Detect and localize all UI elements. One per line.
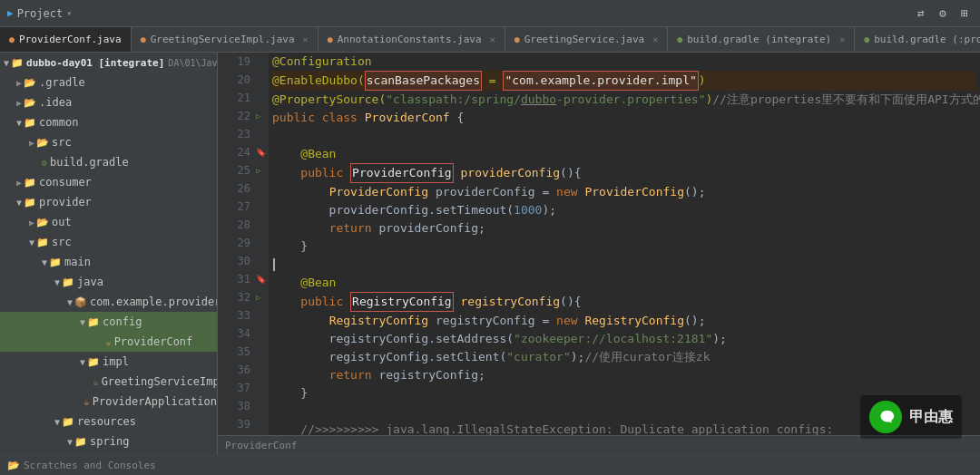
- annotation: @Configuration: [272, 53, 372, 71]
- code-line: public RegistryConfig registryConfig(){: [272, 292, 976, 312]
- sidebar-item-impl[interactable]: ▼ 📁 impl: [0, 352, 217, 372]
- toolbar-icons: ⇄ ⚙ ⊞: [913, 5, 973, 22]
- sidebar-item-package[interactable]: ▼ 📦 com.example.provider: [0, 292, 217, 312]
- code-line: @Bean: [272, 274, 976, 292]
- folder-icon: 📂: [24, 77, 36, 89]
- code-container: 1920212223 2425262728 2930313233 3435363…: [218, 53, 980, 435]
- sidebar-item-label: java: [77, 276, 103, 288]
- sidebar-item-common[interactable]: ▼ 📁 common: [0, 112, 217, 132]
- sidebar-item-main[interactable]: ▼ 📁 main: [0, 252, 217, 272]
- expand-icon: ▼: [16, 118, 22, 128]
- expand-icon: ▶: [16, 178, 22, 188]
- tab-annotationconstants[interactable]: ● AnnotationConstants.java ✕: [318, 27, 505, 52]
- scratches-icon: 📂: [7, 460, 20, 471]
- sidebar-item-label: .idea: [39, 96, 72, 109]
- folder-icon: 📁: [24, 197, 36, 208]
- folder-icon: 📁: [87, 316, 100, 328]
- top-bar: ▶ Project ▾ ⇄ ⚙ ⊞: [0, 0, 980, 27]
- sidebar-item-out[interactable]: ▶ 📂 out: [0, 212, 217, 232]
- main-content: ▼ 📁 dubbo-day01 [integrate] DA\01\JavaSt…: [0, 53, 980, 455]
- sidebar-item-common-src[interactable]: ▶ 📂 src: [0, 132, 217, 152]
- file-icon: ⚙: [42, 158, 47, 168]
- sidebar-item-providerconf[interactable]: ☕ ProviderConf: [0, 332, 217, 352]
- highlight-text: scanBasePackages: [365, 71, 482, 91]
- tab-file-icon: ●: [677, 34, 682, 44]
- file-icon: ☕: [93, 376, 99, 388]
- folder-icon: 📁: [24, 177, 36, 189]
- watermark: 甲由惠: [860, 395, 962, 439]
- expand-icon: ▼: [16, 198, 22, 208]
- expand-icon: ▶: [29, 218, 34, 228]
- tab-providerconf[interactable]: ● ProviderConf.java: [0, 27, 132, 52]
- tab-close-icon[interactable]: ✕: [652, 34, 658, 44]
- sidebar-item-provider[interactable]: ▼ 📁 provider: [0, 192, 217, 212]
- tab-label: build.gradle (integrate): [687, 34, 831, 45]
- sidebar-path-label: DA\01\JavaStudy\dubbo-cl...: [168, 58, 218, 68]
- tab-greetingservice[interactable]: ● GreetingService.java ✕: [505, 27, 669, 52]
- expand-icon: ▼: [67, 437, 73, 447]
- line-numbers: 1920212223 2425262728 2930313233 3435363…: [218, 53, 256, 435]
- sidebar-item-label: ProviderConf: [114, 335, 193, 348]
- tab-close-icon[interactable]: ✕: [839, 34, 845, 44]
- sync-icon[interactable]: ⇄: [913, 5, 929, 22]
- project-title: Project: [17, 7, 64, 20]
- sidebar-item-java[interactable]: ▼ 📁 java: [0, 272, 217, 292]
- expand-icon: ▼: [29, 238, 34, 247]
- settings-icon[interactable]: ⚙: [935, 5, 951, 22]
- sidebar-item-project[interactable]: ▼ 📁 dubbo-day01 [integrate] DA\01\JavaSt…: [0, 53, 217, 73]
- code-line: @Configuration: [272, 53, 976, 71]
- tab-buildgradle-prov[interactable]: ● build.gradle (:prov ✕: [855, 27, 980, 52]
- sidebar-item-common-build[interactable]: ⚙ build.gradle: [0, 152, 217, 172]
- project-label[interactable]: ▶ Project ▾: [7, 7, 72, 20]
- sidebar-item-providerapplication[interactable]: ☕ ProviderApplication: [0, 392, 217, 412]
- sidebar: ▼ 📁 dubbo-day01 [integrate] DA\01\JavaSt…: [0, 53, 218, 455]
- sidebar-item-label: resources: [77, 415, 136, 428]
- folder-icon: 📁: [49, 257, 62, 268]
- expand-icon: ▼: [42, 257, 47, 267]
- tab-file-icon: ●: [141, 34, 146, 44]
- tab-label: AnnotationConstants.java: [338, 34, 482, 45]
- sidebar-item-label: out: [52, 216, 72, 228]
- sidebar-item-src[interactable]: ▼ 📁 src: [0, 232, 217, 252]
- code-line: public ProviderConfig providerConfig(){: [272, 163, 976, 183]
- sidebar-item-idea[interactable]: ▶ 📂 .idea: [0, 92, 217, 112]
- wechat-icon: [869, 401, 902, 433]
- tab-close-icon[interactable]: ✕: [303, 34, 309, 44]
- sidebar-item-resources[interactable]: ▼ 📁 resources: [0, 412, 217, 431]
- folder-icon: 📁: [87, 356, 100, 368]
- sidebar-item-gradle-hidden[interactable]: ▶ 📂 .gradle: [0, 73, 217, 92]
- annotation: @EnableDubbo(: [272, 72, 365, 90]
- sidebar-item-config[interactable]: ▼ 📁 config: [0, 312, 217, 332]
- tab-label: GreetingServiceImpl.java: [151, 34, 295, 45]
- annotation: @Bean: [300, 145, 336, 163]
- sidebar-item-consumer[interactable]: ▶ 📁 consumer: [0, 172, 217, 192]
- tab-file-icon: ●: [9, 34, 15, 44]
- code-line: @Bean: [272, 145, 976, 163]
- folder-icon: 📁: [36, 237, 49, 248]
- highlight-text: "com.example.provider.impl": [503, 71, 698, 91]
- tab-buildgradle-integrate[interactable]: ● build.gradle (integrate) ✕: [668, 27, 855, 52]
- sidebar-item-greetingimpl[interactable]: ☕ GreetingServiceImpl: [0, 372, 217, 392]
- class-name: ProviderConf: [365, 109, 450, 127]
- code-line: providerConfig.setTimeout(1000);: [272, 201, 976, 219]
- layout-icon[interactable]: ⊞: [956, 5, 973, 22]
- code-line: registryConfig.setAddress("zookeeper://l…: [272, 330, 976, 348]
- sidebar-item-label: impl: [103, 355, 129, 368]
- annotation: @PropertySource(: [272, 91, 386, 109]
- file-icon: ☕: [105, 336, 112, 348]
- folder-icon: 📂: [36, 137, 49, 149]
- bottom-bar[interactable]: 📂 Scratches and Consoles: [0, 455, 980, 475]
- sidebar-item-spring[interactable]: ▼ 📁 spring: [0, 431, 217, 451]
- folder-icon: 📂: [24, 97, 36, 109]
- folder-icon: 📁: [74, 436, 87, 448]
- folder-icon: 📁: [24, 117, 36, 129]
- sidebar-item-label: common: [39, 116, 78, 129]
- tab-file-icon: ●: [328, 34, 333, 44]
- expand-icon: ▼: [4, 58, 9, 68]
- annotation: ): [705, 91, 712, 109]
- code-line: ProviderConfig providerConfig = new Prov…: [272, 183, 976, 201]
- code-editor[interactable]: @Configuration @EnableDubbo(scanBasePack…: [269, 53, 980, 435]
- tab-greetingimpl[interactable]: ● GreetingServiceImpl.java ✕: [132, 27, 318, 52]
- tab-close-icon[interactable]: ✕: [490, 34, 495, 44]
- tab-file-icon: ●: [864, 34, 869, 44]
